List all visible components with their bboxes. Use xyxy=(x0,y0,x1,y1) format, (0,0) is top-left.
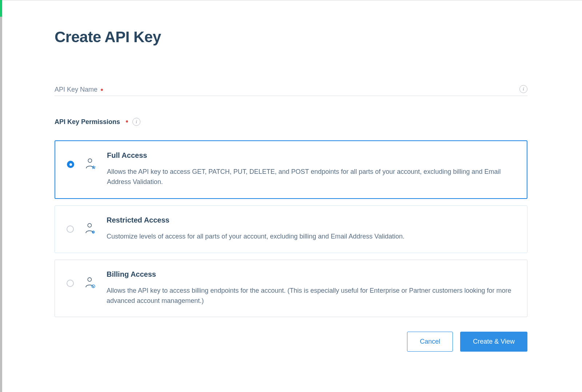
permission-option-restricted-access[interactable]: Restricted Access Customize levels of ac… xyxy=(55,205,527,253)
svg-point-0 xyxy=(88,159,92,163)
svg-point-3 xyxy=(88,277,91,281)
option-description: Allows the API key to access GET, PATCH,… xyxy=(107,167,515,187)
permission-option-full-access[interactable]: Full Access Allows the API key to access… xyxy=(55,140,527,199)
option-title: Billing Access xyxy=(107,270,515,279)
info-icon[interactable]: i xyxy=(132,118,140,126)
api-key-name-field[interactable]: API Key Name i xyxy=(55,86,527,96)
option-description: Allows the API key to access billing end… xyxy=(107,286,515,306)
info-icon[interactable]: i xyxy=(519,85,527,93)
svg-text:$: $ xyxy=(93,285,94,288)
required-indicator-icon xyxy=(126,120,128,123)
radio-restricted-access[interactable] xyxy=(67,225,74,233)
permissions-label: API Key Permissions xyxy=(55,118,120,126)
create-view-button[interactable]: Create & View xyxy=(460,332,527,352)
cancel-button[interactable]: Cancel xyxy=(407,332,453,352)
option-title: Restricted Access xyxy=(107,216,515,224)
required-indicator-icon xyxy=(101,89,103,91)
svg-point-1 xyxy=(88,223,91,227)
option-description: Customize levels of access for all parts… xyxy=(107,232,515,242)
option-title: Full Access xyxy=(107,151,515,160)
user-star-icon xyxy=(84,158,97,170)
api-key-name-label: API Key Name xyxy=(55,86,97,93)
user-gear-icon xyxy=(84,223,96,235)
user-dollar-icon: $ xyxy=(84,277,96,289)
radio-full-access[interactable] xyxy=(67,161,74,168)
radio-billing-access[interactable] xyxy=(67,280,74,287)
page-title: Create API Key xyxy=(55,28,527,46)
permission-option-billing-access[interactable]: $ Billing Access Allows the API key to a… xyxy=(55,260,527,317)
